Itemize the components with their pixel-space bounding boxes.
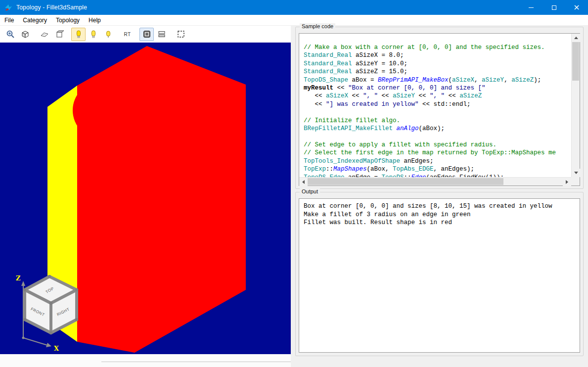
lamp-on-icon	[74, 29, 84, 39]
code-line: // Make a box with a corner at [0, 0, 0]…	[304, 44, 571, 51]
toolbar: RT	[0, 26, 291, 43]
plane-view-icon	[40, 29, 49, 39]
window-controls: ×	[520, 0, 588, 15]
code-vertical-scrollbar[interactable]	[571, 34, 580, 177]
output-groupbox: Output Box at corner [0, 0, 0] and sizes…	[295, 192, 584, 356]
z-axis-label: Z	[16, 275, 21, 282]
app-icon[interactable]	[4, 3, 12, 11]
view-cube-corner	[23, 318, 26, 321]
scroll-right-arrow[interactable]	[563, 178, 571, 186]
scroll-down-arrow[interactable]	[572, 169, 580, 177]
close-icon: ×	[573, 3, 580, 11]
code-line: TopoDS_Shape aBox = BRepPrimAPI_MakeBox(…	[304, 76, 571, 84]
code-line: myResult << "Box at corner [0, 0, 0] and…	[304, 84, 571, 92]
view-cube-corner	[75, 288, 78, 291]
plane-view-2-icon	[54, 29, 64, 39]
view-cube-corner	[49, 331, 52, 334]
code-horizontal-scrollbar[interactable]	[299, 177, 571, 185]
sample-code-groupbox: Sample code // Make a box with a corner …	[295, 27, 584, 189]
lamp-button-1[interactable]	[71, 28, 86, 41]
code-line: // Select the first edge in the map retu…	[304, 149, 571, 157]
output-line: Fillet was built. Result shape is in red	[304, 219, 575, 227]
code-line: Standard_Real aSizeZ = 15.0;	[304, 68, 571, 76]
minimize-icon	[529, 7, 534, 8]
code-line: Standard_Real aSizeY = 10.0;	[304, 60, 571, 68]
code-line: // Set edge to apply a fillet with speci…	[304, 141, 571, 149]
scrollbar-corner	[571, 177, 580, 185]
fit-area-button[interactable]	[174, 28, 188, 41]
fillet-surface-red	[73, 82, 130, 139]
menu-item-topology[interactable]: Topology	[51, 15, 84, 25]
code-line: TopoDS_Edge anEdge = TopoDS::Edge(anEdge…	[304, 174, 571, 178]
view-cube-corner	[23, 288, 26, 291]
sample-code-area[interactable]: // Make a box with a corner at [0, 0, 0]…	[299, 33, 580, 186]
x-axis-label: X	[54, 345, 59, 352]
box-view-icon	[20, 29, 30, 39]
code-line	[304, 133, 571, 140]
shaded-mode-icon	[142, 29, 152, 39]
toolbar-separator	[169, 28, 174, 41]
box-view-button[interactable]	[18, 28, 32, 41]
axis-origin	[22, 337, 25, 339]
toolbar-separator	[135, 28, 139, 41]
menu-bar: FileCategoryTopologyHelp	[0, 15, 588, 26]
toolbar-separator	[116, 28, 120, 41]
right-panel: Sample code // Make a box with a corner …	[291, 26, 588, 367]
code-line: BRepFilletAPI_MakeFillet anAlgo(aBox);	[304, 125, 571, 133]
code-line: << aSizeX << ", " << aSizeY << ", " << a…	[304, 92, 571, 100]
maximize-button[interactable]	[543, 0, 565, 15]
hlr-mode-icon	[157, 29, 167, 39]
code-line: Standard_Real aSizeX = 8.0;	[304, 51, 571, 59]
toolbar-separator	[33, 28, 37, 41]
close-button[interactable]: ×	[565, 0, 588, 15]
code-line: << "] was created in yellow" << std::end…	[304, 100, 571, 108]
view-cube-corner	[48, 275, 51, 278]
lamp-icon-3	[103, 29, 113, 39]
horizontal-scroll-thumb[interactable]	[308, 178, 503, 185]
output-line: Box at corner [0, 0, 0] and sizes [8, 10…	[304, 202, 575, 211]
rt-label: RT	[124, 32, 131, 37]
toolbar-separator	[67, 28, 71, 41]
zoom-button[interactable]	[3, 28, 17, 41]
output-group-title: Output	[300, 188, 320, 194]
scroll-up-arrow[interactable]	[572, 34, 580, 42]
output-lines[interactable]: Box at corner [0, 0, 0] and sizes [8, 10…	[299, 198, 580, 353]
minimize-button[interactable]	[520, 0, 543, 15]
menu-item-category[interactable]: Category	[18, 15, 51, 25]
sample-code-group-title: Sample code	[300, 23, 335, 29]
lamp-button-2[interactable]	[86, 28, 100, 41]
shaded-mode-button[interactable]	[139, 28, 154, 41]
rt-button[interactable]: RT	[120, 28, 135, 41]
code-line: // Initialize fillet algo.	[304, 117, 571, 125]
code-line: TopExp::MapShapes(aBox, TopAbs_EDGE, anE…	[304, 165, 571, 173]
maximize-icon	[552, 5, 556, 10]
title-bar: Topology - Fillet3dSample ×	[0, 0, 588, 15]
fit-area-icon	[176, 29, 186, 39]
window-title: Topology - Fillet3dSample	[16, 4, 87, 11]
menu-item-help[interactable]: Help	[84, 15, 105, 25]
zoom-icon	[5, 29, 15, 39]
vertical-scroll-thumb[interactable]	[572, 42, 579, 81]
lamp-button-3[interactable]	[101, 28, 115, 41]
code-line: TopTools_IndexedMapOfShape anEdges;	[304, 157, 571, 165]
plane-view-button-1[interactable]	[37, 28, 51, 41]
output-line: Make a fillet of 3 radius on an edge in …	[304, 211, 575, 219]
view-cube-corner	[49, 302, 52, 305]
lamp-icon-2	[89, 29, 98, 39]
code-lines[interactable]: // Make a box with a corner at [0, 0, 0]…	[299, 34, 571, 177]
scroll-left-arrow[interactable]	[299, 178, 308, 186]
3d-viewport[interactable]: Z X TOP FRONT RIGHT	[0, 43, 291, 354]
code-line	[304, 108, 571, 116]
status-strip	[0, 354, 291, 367]
plane-view-button-2[interactable]	[52, 28, 66, 41]
hlr-mode-button[interactable]	[154, 28, 169, 41]
view-cube-corner	[75, 318, 78, 321]
menu-item-file[interactable]: File	[0, 15, 18, 25]
